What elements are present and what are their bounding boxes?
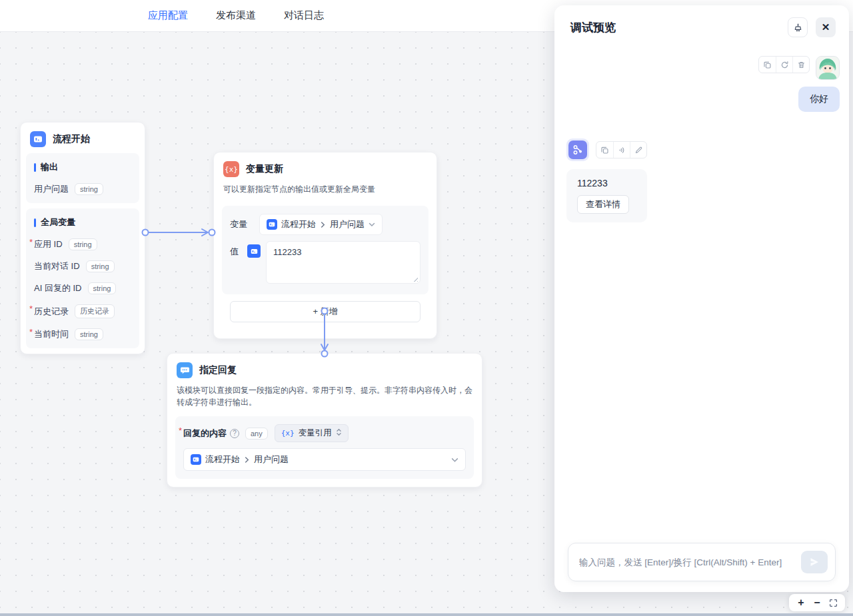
flow-start-icon bbox=[30, 131, 46, 147]
tab-publish-channels[interactable]: 发布渠道 bbox=[216, 9, 256, 22]
ref-node-name: 流程开始 bbox=[205, 454, 240, 465]
edit-icon[interactable] bbox=[630, 142, 646, 158]
section-title: 全局变量 bbox=[41, 216, 75, 228]
chevron-updown-icon bbox=[336, 428, 342, 438]
global-row: * AI 回复的 ID string bbox=[34, 282, 131, 294]
read-aloud-icon[interactable] bbox=[613, 142, 630, 158]
node-variable-update[interactable]: {x} 变量更新 可以更新指定节点的输出值或更新全局变量 变量 流程开始 用户问… bbox=[213, 152, 437, 339]
specified-reply-icon bbox=[177, 362, 193, 378]
reference-mode-select[interactable]: {x} 变量引用 bbox=[275, 424, 349, 442]
output-section: 输出 * 用户问题 string bbox=[26, 153, 139, 203]
node-description: 该模块可以直接回复一段指定的内容。常用于引导、提示。非字符串内容传入时，会转成字… bbox=[167, 384, 482, 415]
output-label: 用户问题 bbox=[34, 183, 69, 195]
global-row: * 当前时间 string bbox=[34, 328, 131, 340]
broom-icon bbox=[793, 23, 803, 33]
copy-icon[interactable] bbox=[759, 57, 776, 73]
output-row: * 用户问题 string bbox=[34, 183, 131, 195]
delete-icon[interactable] bbox=[792, 57, 809, 73]
type-tag: string bbox=[75, 183, 103, 195]
node-title: 指定回复 bbox=[199, 364, 237, 376]
ref-node-name: 流程开始 bbox=[281, 218, 316, 230]
fit-view-button[interactable] bbox=[825, 595, 841, 610]
type-tag: string bbox=[69, 238, 97, 250]
chat-input[interactable] bbox=[579, 557, 801, 567]
variable-update-icon: {x} bbox=[223, 161, 239, 177]
section-accent-bar bbox=[34, 218, 36, 227]
reply-content-label: 回复的内容 bbox=[183, 428, 227, 440]
view-details-button[interactable]: 查看详情 bbox=[577, 195, 629, 214]
value-type-icon[interactable] bbox=[247, 244, 261, 258]
node-title: 变量更新 bbox=[246, 163, 283, 175]
user-message: 你好 bbox=[758, 56, 840, 112]
tab-app-config[interactable]: 应用配置 bbox=[148, 9, 188, 22]
bot-message: 112233 查看详情 bbox=[566, 139, 647, 222]
type-tag: string bbox=[88, 282, 117, 294]
mode-label: 变量引用 bbox=[299, 428, 332, 439]
value-textarea[interactable]: 112233 bbox=[266, 241, 421, 284]
ref-field-name: 用户问题 bbox=[330, 218, 365, 230]
variable-reference-select[interactable]: 流程开始 用户问题 bbox=[259, 214, 383, 235]
add-variable-button[interactable]: + 新增 bbox=[230, 301, 421, 322]
debug-preview-panel: 调试预览 ✕ bbox=[554, 5, 849, 592]
user-avatar bbox=[816, 56, 840, 80]
chevron-right-icon bbox=[244, 457, 250, 463]
clear-history-button[interactable] bbox=[788, 17, 808, 37]
chat-input-container bbox=[568, 543, 836, 581]
send-icon bbox=[808, 556, 820, 568]
type-tag: string bbox=[86, 260, 115, 272]
chevron-down-icon bbox=[369, 221, 375, 228]
bot-message-text: 112233 bbox=[577, 178, 636, 188]
variable-icon: {x} bbox=[281, 429, 295, 438]
flow-start-icon bbox=[267, 219, 277, 230]
node-flow-start[interactable]: 流程开始 输出 * 用户问题 string 全局变量 * 应用 ID strin… bbox=[20, 122, 145, 354]
help-icon[interactable]: ? bbox=[230, 429, 239, 438]
type-tag: string bbox=[75, 328, 103, 340]
chevron-down-icon bbox=[451, 456, 458, 463]
window-edge bbox=[0, 613, 853, 616]
copy-icon[interactable] bbox=[596, 142, 613, 158]
zoom-out-button[interactable]: − bbox=[809, 595, 825, 610]
type-tag: 历史记录 bbox=[75, 304, 115, 318]
reply-variable-select[interactable]: 流程开始 用户问题 bbox=[183, 448, 466, 471]
bot-message-bubble: 112233 查看详情 bbox=[566, 169, 647, 222]
node-header: 流程开始 bbox=[21, 123, 145, 153]
node-specified-reply[interactable]: 指定回复 该模块可以直接回复一段指定的内容。常用于引导、提示。非字符串内容传入时… bbox=[167, 353, 482, 487]
section-accent-bar bbox=[34, 163, 36, 172]
node-header: 指定回复 bbox=[167, 354, 482, 384]
canvas-zoom-controls: + − bbox=[789, 594, 845, 611]
global-row: * 当前对话 ID string bbox=[34, 260, 131, 272]
workflow-icon bbox=[572, 145, 583, 155]
send-button[interactable] bbox=[801, 551, 828, 573]
type-tag: any bbox=[245, 428, 268, 440]
global-row: * 应用 ID string bbox=[34, 238, 131, 250]
user-message-bubble: 你好 bbox=[798, 87, 840, 112]
close-panel-button[interactable]: ✕ bbox=[816, 17, 836, 37]
global-row: * 历史记录 历史记录 bbox=[34, 304, 131, 318]
retry-icon[interactable] bbox=[776, 57, 792, 73]
value-label: 值 bbox=[230, 241, 246, 258]
node-description: 可以更新指定节点的输出值或更新全局变量 bbox=[214, 183, 436, 202]
zoom-in-button[interactable]: + bbox=[793, 595, 809, 610]
section-title: 输出 bbox=[41, 161, 58, 173]
chevron-right-icon bbox=[320, 222, 326, 228]
global-variables-section: 全局变量 * 应用 ID string * 当前对话 ID string * A… bbox=[26, 208, 139, 348]
fullscreen-icon bbox=[829, 599, 838, 607]
tab-chat-logs[interactable]: 对话日志 bbox=[284, 9, 324, 22]
node-title: 流程开始 bbox=[53, 133, 90, 145]
ref-field-name: 用户问题 bbox=[254, 454, 289, 465]
bot-avatar bbox=[566, 139, 589, 161]
flow-start-icon bbox=[191, 454, 201, 465]
node-header: {x} 变量更新 bbox=[214, 153, 436, 183]
variable-label: 变量 bbox=[230, 214, 259, 230]
panel-title: 调试预览 bbox=[570, 20, 788, 35]
